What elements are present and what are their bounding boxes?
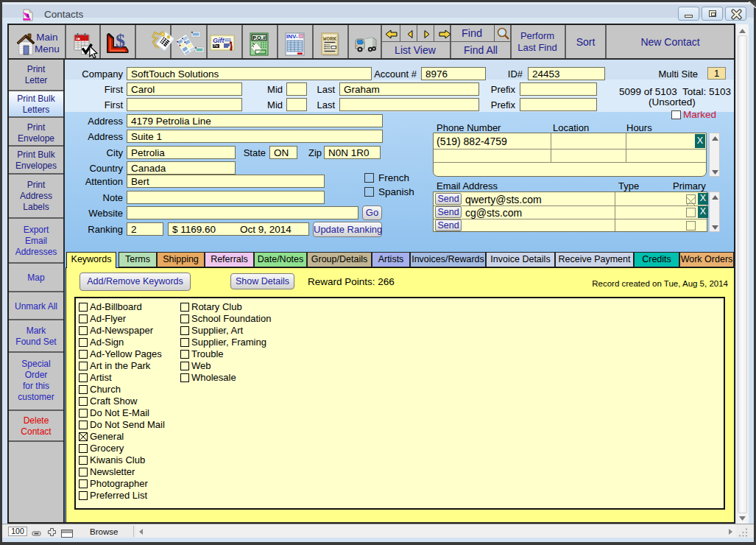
- svg-text:WORK: WORK: [323, 36, 337, 42]
- svg-text:Gift: Gift: [213, 37, 225, 44]
- svg-text:Pw: Pw: [213, 44, 219, 48]
- svg-text:P.O.#: P.O.#: [252, 35, 266, 41]
- svg-text:$: $: [116, 32, 125, 52]
- svg-text:INV-: INV-: [286, 33, 298, 40]
